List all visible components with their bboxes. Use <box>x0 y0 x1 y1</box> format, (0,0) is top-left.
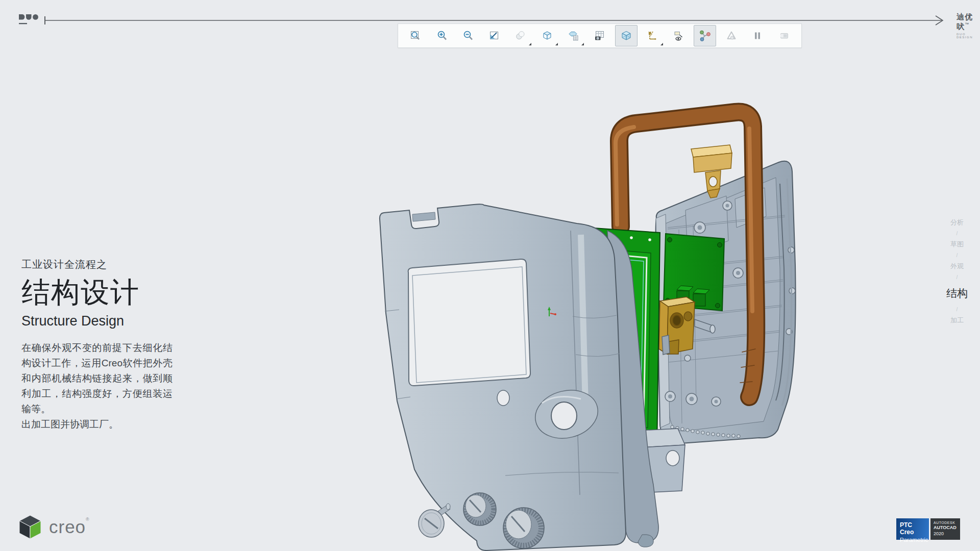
pause-icon <box>751 30 764 42</box>
view-manager-button[interactable] <box>589 25 611 46</box>
registered-mark: ® <box>86 517 89 522</box>
perspective-button[interactable] <box>720 25 743 46</box>
zoom-out-icon <box>462 30 474 42</box>
pause-button[interactable] <box>746 25 769 46</box>
metal-clip <box>662 335 670 355</box>
knob-large[interactable] <box>503 508 544 548</box>
autodesk-badge-line3: 2020 <box>934 531 957 537</box>
zoom-out-button[interactable] <box>457 25 479 46</box>
knob-medium[interactable] <box>463 493 496 525</box>
duo-logo-icon <box>18 13 40 27</box>
dropdown-caret[interactable] <box>660 43 663 45</box>
creo-cube-icon <box>18 514 42 540</box>
nav-separator: / <box>937 253 977 258</box>
saved-orientations-icon <box>567 30 579 42</box>
intro-block: 工业设计全流程之 结构设计 Structure Design 在确保外观不变的前… <box>21 258 175 432</box>
dropdown-caret[interactable] <box>555 43 558 45</box>
nav-separator: / <box>937 231 977 236</box>
process-step-structure[interactable]: 结构 <box>937 286 977 300</box>
annotation-display-button[interactable] <box>668 25 690 46</box>
exit-button[interactable] <box>773 25 795 46</box>
3d-viewport[interactable] <box>352 97 806 551</box>
duo-cn-logo: 迪优吠™ DUO DESIGN <box>957 12 980 39</box>
refit-button[interactable] <box>404 25 427 46</box>
display-style-icon <box>541 30 553 42</box>
intro-paragraph-2: 出加工图并协调工厂。 <box>21 417 173 432</box>
zoom-in-button[interactable] <box>431 25 453 46</box>
nav-separator: / <box>937 274 977 280</box>
autodesk-badge-line2: AUTOCAD <box>934 524 957 531</box>
ptc-creo-badge: PTC Creo Parametric <box>896 518 929 540</box>
process-step-manufacture[interactable]: 加工 <box>937 316 977 325</box>
repaint-icon <box>488 30 501 42</box>
process-step-appearance[interactable]: 外观 <box>937 262 977 271</box>
end-cap-disc[interactable] <box>419 504 450 537</box>
intro-eyebrow: 工业设计全流程之 <box>21 258 175 271</box>
software-badges: PTC Creo Parametric AUTODESK AUTOCAD 202… <box>896 518 960 540</box>
zoom-in-icon <box>436 30 448 42</box>
bezel-window <box>408 259 530 386</box>
saved-orientations-button[interactable] <box>562 25 584 46</box>
repaint-button[interactable] <box>483 25 506 46</box>
front-bezel[interactable] <box>380 204 658 550</box>
bezel-notch <box>412 212 435 221</box>
intro-paragraph-1: 在确保外观不变的前提下去细化结构设计工作，运用Creo软件把外壳和内部机械结构链… <box>21 340 173 417</box>
render-style-button[interactable] <box>509 25 532 46</box>
annotation-display-icon <box>673 30 685 42</box>
creo-logo-text: creo <box>49 517 86 537</box>
process-step-analysis[interactable]: 分析 <box>937 218 977 227</box>
ptc-badge-line2: Parametric <box>900 536 925 544</box>
datum-display-icon <box>646 30 658 42</box>
transparent-cube-icon <box>620 30 632 42</box>
dropdown-caret[interactable] <box>529 43 531 45</box>
trademark-symbol: ™ <box>965 22 969 27</box>
autodesk-badge-line1: AUTODESK <box>934 521 957 524</box>
refit-icon <box>409 30 422 42</box>
display-style-button[interactable] <box>536 25 558 46</box>
process-nav: 分析 / 草图 / 外观 / 结构 / 加工 <box>937 214 977 329</box>
dropdown-caret[interactable] <box>581 43 584 45</box>
autodesk-badge: AUTODESK AUTOCAD 2020 <box>930 518 960 540</box>
page-subtitle: Structure Design <box>21 313 175 329</box>
creo-logo: creo® <box>18 514 89 540</box>
app-window: { "brand": { "logo_left": "DUO", "logo_r… <box>0 0 980 551</box>
bezel-small-hole <box>497 390 509 406</box>
perspective-icon <box>725 30 738 42</box>
view-manager-icon <box>594 30 606 42</box>
transparent-display-button[interactable] <box>615 25 638 46</box>
duo-cn-logo-text: 迪优吠 <box>957 12 973 31</box>
process-step-sketch[interactable]: 草图 <box>937 240 977 249</box>
render-style-icon <box>514 30 527 42</box>
exit-icon <box>778 30 790 42</box>
datum-display-button[interactable] <box>641 25 664 46</box>
duo-logo <box>18 13 40 29</box>
spin-center-button[interactable] <box>694 25 716 46</box>
graphics-toolbar <box>398 23 802 48</box>
spin-center-icon <box>699 30 711 42</box>
page-title: 结构设计 <box>21 277 175 308</box>
ptc-badge-line1: PTC Creo <box>900 521 925 536</box>
nav-separator: / <box>937 307 977 312</box>
duo-tagline: DUO DESIGN <box>957 33 980 39</box>
